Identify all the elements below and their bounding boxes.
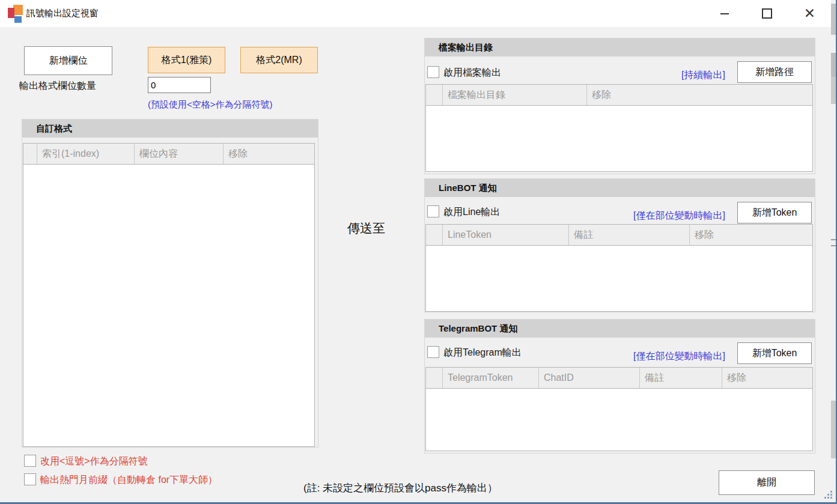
column-header-path: 檔案輸出目錄	[443, 85, 587, 105]
file-output-mode-hint: [持續輸出]	[681, 69, 725, 82]
column-header-chatid: ChatID	[539, 368, 640, 388]
footer-note: (註: 未設定之欄位預設會以pass作為輸出）	[303, 481, 498, 495]
app-icon-red-square	[8, 8, 14, 18]
comma-separator-label: 改用<逗號>作為分隔符號	[40, 455, 148, 468]
telegrambot-group: TelegramBOT 通知 啟用Telegram輸出 [僅在部位變動時輸出] …	[424, 319, 815, 454]
column-header-index: 索引(1-index)	[37, 144, 135, 164]
column-header-remove: 移除	[722, 368, 812, 388]
close-icon: ✕	[804, 7, 815, 20]
custom-format-group: 自訂格式 索引(1-index) 欄位內容 移除	[22, 119, 318, 448]
custom-format-table: 索引(1-index) 欄位內容 移除	[23, 143, 315, 447]
column-header-content: 欄位內容	[135, 144, 224, 164]
column-header-line-token: LineToken	[443, 225, 569, 245]
minimize-button[interactable]	[703, 0, 746, 27]
maximize-button[interactable]	[746, 0, 788, 27]
titlebar: 訊號輸出設定視窗 ✕	[0, 0, 836, 27]
resize-grip-dots	[824, 491, 826, 493]
enable-telegram-output-label: 啟用Telegram輸出	[443, 347, 522, 359]
comma-separator-checkbox[interactable]	[24, 455, 36, 467]
add-field-button[interactable]: 新增欄位	[24, 46, 112, 75]
edge-splitter-line	[831, 245, 836, 246]
custom-format-group-title: 自訂格式	[22, 120, 318, 138]
exit-button[interactable]: 離開	[719, 470, 815, 495]
linebot-table-header: LineToken 備註 移除	[426, 225, 812, 246]
send-to-label: 傳送至	[347, 220, 385, 237]
column-header-remove: 移除	[587, 85, 812, 105]
linebot-table-body	[426, 246, 812, 311]
window-title: 訊號輸出設定視窗	[26, 8, 99, 19]
telegrambot-table-body	[426, 389, 812, 451]
column-header-selector	[426, 368, 443, 388]
column-header-note: 備註	[640, 368, 722, 388]
column-header-telegram-token: TelegramToken	[443, 368, 539, 388]
add-telegram-token-button[interactable]: 新增Token	[737, 342, 812, 364]
file-output-group-title: 檔案輸出目錄	[425, 38, 815, 56]
app-icon-orange-square	[13, 5, 23, 15]
column-header-selector	[426, 225, 443, 245]
file-output-table-header: 檔案輸出目錄 移除	[426, 85, 812, 106]
telegrambot-table: TelegramToken ChatID 備註 移除	[425, 367, 813, 451]
app-icon-blue-square	[14, 16, 22, 23]
file-output-group: 檔案輸出目錄 啟用檔案輸出 [持續輸出] 新增路徑 檔案輸出目錄 移除	[424, 38, 815, 174]
file-output-table: 檔案輸出目錄 移除	[425, 84, 813, 172]
column-header-selector	[23, 144, 37, 164]
enable-line-output-label: 啟用Line輸出	[443, 206, 500, 219]
field-count-label: 輸出格式欄位數量	[19, 80, 96, 93]
enable-file-output-checkbox[interactable]	[427, 66, 439, 78]
telegrambot-mode-hint: [僅在部位變動時輸出]	[633, 350, 725, 363]
file-output-table-body	[426, 106, 812, 171]
enable-telegram-output-checkbox[interactable]	[427, 346, 439, 358]
linebot-table: LineToken 備註 移除	[425, 224, 813, 312]
hot-month-prefix-checkbox[interactable]	[24, 473, 36, 485]
linebot-mode-hint: [僅在部位變動時輸出]	[633, 210, 725, 222]
telegrambot-table-header: TelegramToken ChatID 備註 移除	[426, 368, 812, 389]
format2-button[interactable]: 格式2(MR)	[240, 47, 318, 73]
app-icon	[8, 5, 23, 23]
field-count-input[interactable]	[148, 77, 211, 93]
custom-format-table-body	[23, 165, 314, 446]
format1-button[interactable]: 格式1(雅策)	[148, 47, 225, 73]
enable-file-output-label: 啟用檔案輸出	[443, 67, 501, 79]
separator-hint: (預設使用<空格>作為分隔符號)	[148, 99, 273, 111]
add-line-token-button[interactable]: 新增Token	[737, 202, 812, 223]
close-button[interactable]: ✕	[788, 0, 831, 27]
telegrambot-group-title: TelegramBOT 通知	[425, 320, 815, 338]
column-header-selector	[426, 85, 443, 105]
right-edge-strip	[831, 0, 836, 502]
enable-line-output-checkbox[interactable]	[427, 205, 439, 217]
column-header-remove: 移除	[690, 225, 812, 245]
window-controls: ✕	[703, 0, 831, 27]
column-header-note: 備註	[569, 225, 690, 245]
column-header-remove: 移除	[224, 144, 314, 164]
custom-format-table-header: 索引(1-index) 欄位內容 移除	[23, 144, 314, 165]
edge-splitter-line	[831, 239, 836, 240]
hot-month-prefix-label: 輸出熱門月前綴（自動轉倉 for下單大師）	[40, 474, 218, 487]
signal-output-settings-window: 訊號輸出設定視窗 ✕ 新增欄位 格式1(雅策) 格式2(MR) 輸出格式欄位數量…	[0, 0, 837, 504]
resize-grip-icon[interactable]	[824, 491, 833, 499]
edge-segment	[831, 401, 836, 458]
edge-segment	[831, 77, 836, 104]
linebot-group: LineBOT 通知 啟用Line輸出 [僅在部位變動時輸出] 新增Token …	[424, 178, 815, 312]
maximize-icon	[762, 8, 772, 19]
linebot-group-title: LineBOT 通知	[425, 179, 815, 197]
minimize-icon	[720, 13, 729, 14]
add-path-button[interactable]: 新增路徑	[737, 61, 812, 83]
edge-segment	[831, 53, 836, 77]
edge-segment	[831, 4, 836, 35]
